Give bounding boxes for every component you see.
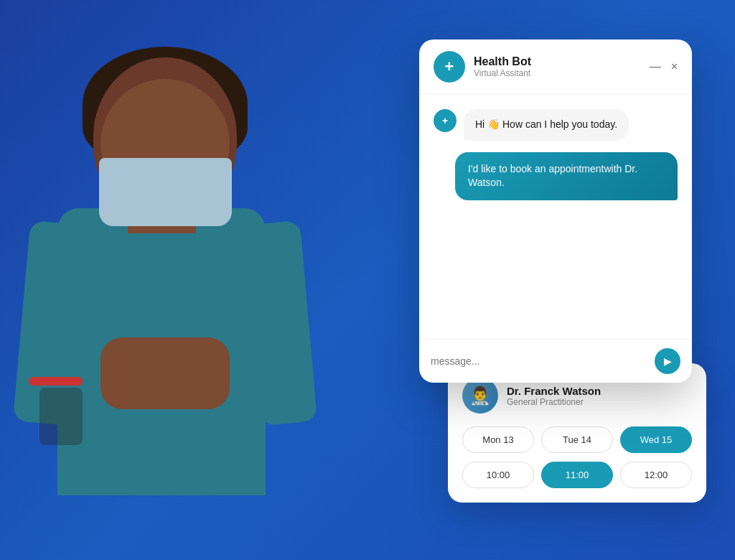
time-btn-1000[interactable]: 10:00 [462,462,534,488]
send-icon: ▶ [664,355,672,367]
doctor-info: 👨‍⚕️ Dr. Franck Watson General Practitio… [462,378,692,414]
time-btn-1100[interactable]: 11:00 [541,462,613,488]
time-btn-1200[interactable]: 12:00 [620,462,692,488]
chat-header-info: Health Bot Virtual Assitant [474,55,650,78]
person-illustration [14,36,323,560]
appointment-card: 👨‍⚕️ Dr. Franck Watson General Practitio… [448,363,706,503]
doctor-avatar-icon: 👨‍⚕️ [469,386,491,406]
minimize-button[interactable]: — [650,61,661,73]
date-buttons: Mon 13 Tue 14 Wed 15 [462,426,692,453]
face-mask [99,158,232,226]
chat-subtitle: Virtual Assitant [474,68,650,78]
user-message-row: I'd like to book an appointmentwith Dr. … [434,152,678,200]
date-btn-mon13[interactable]: Mon 13 [462,426,534,453]
date-btn-wed15[interactable]: Wed 15 [620,426,692,453]
chat-body: + Hi 👋 How can I help you today. I'd lik… [419,95,692,339]
chat-window: + Health Bot Virtual Assitant — × + Hi 👋… [419,39,692,383]
chat-title: Health Bot [474,55,650,68]
user-bubble-1: I'd like to book an appointmentwith Dr. … [455,152,678,200]
time-buttons: 10:00 11:00 12:00 [462,462,692,488]
bot-small-avatar-icon: + [442,115,448,126]
chat-footer: ▶ [419,339,692,383]
bot-avatar: + [434,51,465,83]
bracelet [29,377,83,386]
doctor-specialty: General Practitioner [507,397,601,407]
send-button[interactable]: ▶ [655,348,680,374]
header-controls: — × [650,61,678,73]
bot-avatar-icon: + [445,57,454,76]
close-button[interactable]: × [671,61,678,73]
chat-header: + Health Bot Virtual Assitant — × [419,39,692,95]
bot-small-avatar: + [434,109,457,132]
date-btn-tue14[interactable]: Tue 14 [541,426,613,453]
doctor-details: Dr. Franck Watson General Practitioner [507,385,601,407]
tattoo [39,388,83,445]
bot-bubble-1: Hi 👋 How can I help you today. [464,109,629,141]
doctor-name: Dr. Franck Watson [507,385,601,397]
bot-message-row: + Hi 👋 How can I help you today. [434,109,678,141]
hands [100,337,230,409]
doctor-avatar: 👨‍⚕️ [462,378,498,414]
message-input[interactable] [431,355,647,367]
